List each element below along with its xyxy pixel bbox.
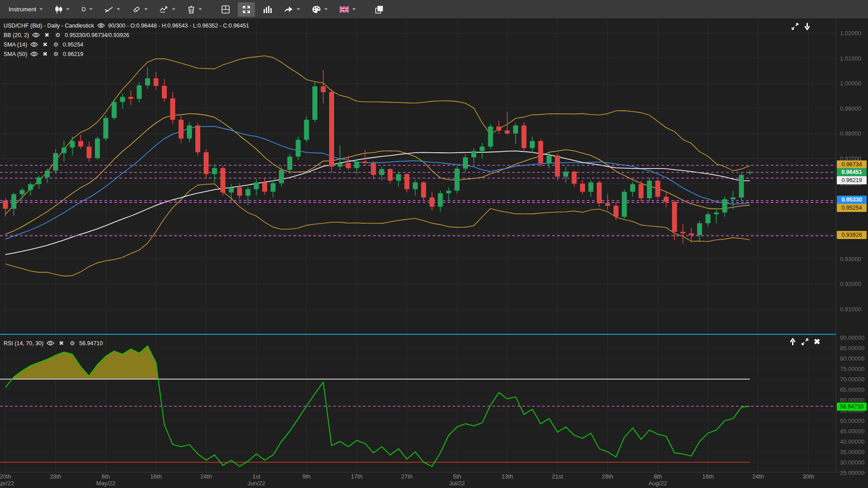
- candle-body: [522, 126, 527, 148]
- remove-indicator-icon[interactable]: ✖: [57, 340, 65, 347]
- ohlc-readout: 90/300 - O:0.96448 - H:0.96543 - L:0.963…: [108, 23, 249, 29]
- candle-body: [229, 188, 234, 192]
- candle-body: [513, 126, 518, 134]
- candle-body: [639, 184, 644, 198]
- language-button[interactable]: [335, 2, 360, 17]
- axis-label: Jun/22: [247, 480, 265, 487]
- crosshair-mode-button[interactable]: [238, 2, 255, 17]
- candle-body: [505, 131, 510, 134]
- axis-label: 1st: [252, 473, 260, 480]
- candle-body: [630, 184, 635, 192]
- pencil-icon: [132, 5, 141, 14]
- remove-indicator-icon[interactable]: ✖: [41, 51, 49, 57]
- candle-body: [363, 162, 368, 163]
- chart-layout-button[interactable]: [217, 2, 234, 17]
- chevron-down-icon: [89, 8, 93, 10]
- gear-icon[interactable]: ⚙: [68, 340, 76, 347]
- gear-icon[interactable]: ⚙: [54, 32, 61, 38]
- candle-body: [195, 126, 200, 152]
- layout-grid-icon: [221, 5, 230, 14]
- current-price-tag: 0.96451: [837, 168, 867, 176]
- eye-icon[interactable]: [97, 23, 105, 29]
- candle-body: [664, 197, 669, 202]
- remove-indicator-icon[interactable]: ✖: [43, 32, 51, 38]
- symbol-title: USD/CHF (Bid) - Daily - Candlestick: [4, 23, 94, 29]
- timeframe-label: D: [81, 6, 85, 13]
- gear-icon[interactable]: ⚙: [52, 51, 60, 57]
- axis-label: Jul/22: [449, 480, 465, 487]
- candle-body: [170, 99, 175, 120]
- indicator-tools-button[interactable]: [156, 2, 179, 17]
- candle-body: [37, 178, 42, 184]
- axis-label: 90.00000: [840, 334, 864, 341]
- close-pane-icon[interactable]: ✖: [813, 338, 821, 345]
- candle-body: [706, 214, 711, 223]
- remove-indicator-icon[interactable]: ✖: [41, 42, 49, 48]
- color-theme-button[interactable]: [308, 2, 332, 17]
- candle-body: [731, 197, 736, 199]
- candle-body: [221, 168, 226, 192]
- rsi-legend: RSI (14, 70, 30) ✖ ⚙ 56.94710: [4, 338, 103, 348]
- bb-lower-tag: 0.93926: [837, 231, 867, 239]
- candle-body: [563, 172, 568, 177]
- gear-icon[interactable]: ⚙: [52, 42, 60, 48]
- timeframe-button[interactable]: D: [77, 2, 96, 17]
- delete-objects-button[interactable]: [183, 2, 206, 17]
- chevron-down-icon: [172, 8, 175, 10]
- toolbar: Instrument D: [0, 0, 868, 19]
- candle-body: [245, 189, 250, 196]
- candle-body: [145, 78, 150, 85]
- candle-body: [656, 181, 660, 197]
- instrument-selector[interactable]: Instrument: [5, 2, 47, 17]
- candle-body: [747, 173, 752, 174]
- candle-body: [379, 169, 384, 175]
- candle-body: [120, 97, 125, 102]
- axis-label: 28th: [50, 473, 61, 480]
- axis-label: 85.00000: [840, 345, 864, 352]
- candle-body: [321, 86, 326, 92]
- price-chart-svg[interactable]: 1.020001.010001.000000.990000.980000.970…: [0, 19, 868, 488]
- symbol-header-row: USD/CHF (Bid) - Daily - Candlestick 90/3…: [4, 21, 249, 30]
- candle-body: [279, 170, 284, 183]
- eye-icon[interactable]: [32, 32, 40, 38]
- windows-layout-button[interactable]: [371, 2, 388, 17]
- chart-type-button[interactable]: [51, 2, 74, 17]
- indicator-value: 0.95254: [63, 42, 83, 48]
- indicator-name: SMA (14): [4, 42, 27, 48]
- candle-body: [429, 197, 434, 207]
- eye-icon[interactable]: [30, 51, 38, 57]
- chart-area[interactable]: 1.020001.010001.000000.990000.980000.970…: [0, 19, 868, 488]
- share-button[interactable]: [279, 2, 304, 17]
- axis-label: 0.98000: [840, 130, 861, 137]
- trendline-tools-button[interactable]: [100, 2, 124, 17]
- candle-body: [413, 183, 418, 189]
- move-pane-up-icon[interactable]: [788, 338, 797, 345]
- candle-body: [589, 183, 594, 192]
- eye-icon[interactable]: [47, 340, 54, 347]
- expand-pane-icon[interactable]: [791, 23, 799, 30]
- axis-label: 16th: [150, 473, 161, 480]
- candle-body: [480, 146, 485, 151]
- axis-label: 25.00000: [840, 469, 864, 476]
- candle-body: [78, 141, 83, 146]
- candle-body: [396, 174, 401, 180]
- sma14-tag: 0.95254: [837, 204, 867, 212]
- candle-body: [288, 157, 292, 170]
- candle-body: [204, 152, 209, 174]
- candle-body: [446, 191, 451, 193]
- axis-label: 17th: [351, 473, 362, 480]
- expand-pane-icon[interactable]: [801, 338, 809, 345]
- collapse-down-icon[interactable]: [803, 23, 811, 30]
- windows-icon: [375, 5, 384, 14]
- axis-label: 0.93000: [840, 256, 861, 263]
- candle-body: [254, 183, 259, 189]
- eye-icon[interactable]: [30, 42, 38, 48]
- volume-bars-button[interactable]: [259, 2, 276, 17]
- drawing-tools-button[interactable]: [128, 2, 152, 17]
- axis-label: 30.00000: [840, 459, 864, 466]
- candle-body: [472, 151, 476, 157]
- candle-body: [237, 188, 242, 196]
- axis-label: 16th: [702, 473, 713, 480]
- candle-body: [3, 201, 8, 209]
- candle-body: [179, 120, 184, 139]
